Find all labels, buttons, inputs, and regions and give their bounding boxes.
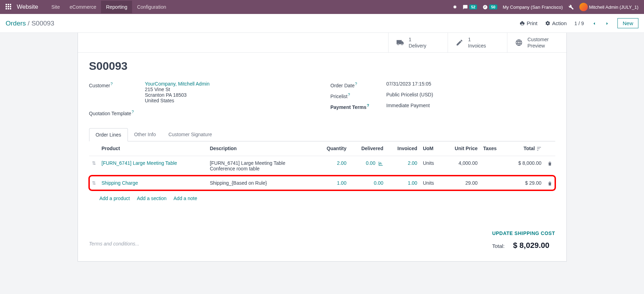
help-icon[interactable]: ?: [367, 103, 369, 108]
stat-customer-preview[interactable]: CustomerPreview: [507, 33, 566, 52]
brand-label[interactable]: Website: [17, 3, 38, 10]
drag-handle-icon[interactable]: ⇅: [89, 156, 99, 176]
messages-button[interactable]: 52: [463, 5, 477, 10]
tab-order-lines[interactable]: Order Lines: [89, 128, 128, 141]
nav-item-site[interactable]: Site: [46, 1, 65, 13]
nav-item-configuration[interactable]: Configuration: [132, 1, 171, 13]
tabs: Order Lines Other Info Customer Signatur…: [89, 128, 555, 141]
globe-icon: [515, 39, 523, 46]
apps-icon[interactable]: [6, 4, 12, 10]
pager-prev[interactable]: [592, 20, 597, 26]
cell-description[interactable]: [FURN_6741] Large Meeting TableConferenc…: [207, 156, 315, 176]
payment-terms-label: Payment Terms?: [331, 103, 386, 110]
cell-total: $ 8,000.00: [506, 156, 544, 176]
payment-terms-value: Immediate Payment: [386, 103, 555, 108]
pager-next[interactable]: [605, 20, 610, 26]
help-icon[interactable]: ?: [110, 82, 113, 86]
order-date-value: 07/31/2023 17:15:05: [386, 81, 555, 87]
drag-handle-icon[interactable]: ⇅: [89, 176, 99, 190]
delete-row-icon[interactable]: [544, 176, 555, 190]
truck-icon: [396, 39, 404, 46]
tab-other-info[interactable]: Other Info: [128, 128, 162, 141]
messages-count: 52: [469, 5, 477, 9]
th-invoiced: Invoiced: [386, 141, 420, 156]
pricelist-label: Pricelist?: [331, 92, 386, 99]
stat-invoices[interactable]: 1Invoices: [448, 33, 507, 52]
avatar: [579, 3, 588, 11]
stat-delivery[interactable]: 1Delivery: [388, 33, 448, 52]
chevron-right-icon: [605, 21, 610, 26]
cell-invoiced[interactable]: 1.00: [386, 176, 420, 190]
user-name: Mitchell Admin (JULY_1): [589, 5, 638, 10]
cell-quantity[interactable]: 1.00: [315, 176, 349, 190]
customer-label: Customer?: [89, 81, 145, 88]
activities-button[interactable]: 50: [483, 5, 497, 10]
cell-description[interactable]: Shipping_{Based on Rule}: [207, 176, 315, 190]
help-icon[interactable]: ?: [348, 93, 350, 97]
th-uom: UoM: [420, 141, 442, 156]
update-shipping-button[interactable]: UPDATE SHIPPING COST: [492, 230, 555, 236]
cell-unit-price[interactable]: 29.00: [442, 176, 480, 190]
company-switcher[interactable]: My Company (San Francisco): [503, 5, 563, 10]
th-unit-price: Unit Price: [442, 141, 480, 156]
help-icon[interactable]: ?: [132, 110, 134, 114]
pager-text[interactable]: 1 / 9: [574, 21, 584, 26]
tools-icon[interactable]: [569, 4, 574, 10]
tab-customer-signature[interactable]: Customer Signature: [162, 128, 218, 141]
add-section-link[interactable]: Add a section: [137, 196, 167, 201]
add-note-link[interactable]: Add a note: [174, 196, 197, 201]
action-button[interactable]: Action: [545, 20, 567, 26]
address-line-2: Scranton PA 18503: [145, 92, 187, 98]
nav-items: Site eCommerce Reporting Configuration: [46, 1, 171, 13]
total-label: Total:: [492, 243, 505, 249]
activities-count: 50: [489, 5, 497, 9]
th-description: Description: [207, 141, 315, 156]
cell-quantity[interactable]: 2.00: [315, 156, 349, 176]
add-product-link[interactable]: Add a product: [100, 196, 130, 201]
right-column: Order Date? 07/31/2023 17:15:05 Pricelis…: [331, 81, 555, 118]
order-lines-table: Product Description Quantity Delivered I…: [89, 141, 555, 191]
cell-uom[interactable]: Units: [420, 176, 442, 190]
cell-taxes[interactable]: [480, 156, 506, 176]
help-icon[interactable]: ?: [355, 82, 357, 86]
new-button[interactable]: New: [617, 18, 638, 28]
order-date-label: Order Date?: [331, 81, 386, 88]
pencil-square-icon: [456, 39, 463, 46]
cell-product[interactable]: Shipping Charge: [99, 176, 207, 190]
cell-delivered[interactable]: 0.00: [349, 156, 386, 176]
cell-taxes[interactable]: [480, 176, 506, 190]
th-quantity: Quantity: [315, 141, 349, 156]
cell-uom[interactable]: Units: [420, 156, 442, 176]
line-actions: Add a product Add a section Add a note: [89, 191, 555, 206]
chat-icon: [463, 5, 468, 10]
cell-unit-price[interactable]: 4,000.00: [442, 156, 480, 176]
order-title: S00093: [89, 60, 555, 73]
totals-block: UPDATE SHIPPING COST Total: $ 8,029.00: [492, 230, 555, 250]
control-panel: Orders / S00093 Print Action 1 / 9 New: [0, 14, 644, 33]
user-menu[interactable]: Mitchell Admin (JULY_1): [579, 3, 638, 11]
nav-item-ecommerce[interactable]: eCommerce: [65, 1, 101, 13]
delete-row-icon[interactable]: [544, 156, 555, 176]
terms-field[interactable]: Terms and conditions...: [89, 237, 492, 250]
breadcrumb-sep: /: [28, 20, 31, 27]
cell-invoiced[interactable]: 2.00: [386, 156, 420, 176]
control-panel-actions: Print Action 1 / 9 New: [520, 18, 638, 28]
left-column: Customer? YourCompany, Mitchell Admin 21…: [89, 81, 314, 118]
nav-item-reporting[interactable]: Reporting: [101, 1, 132, 13]
breadcrumb-parent[interactable]: Orders: [6, 20, 26, 27]
table-row[interactable]: ⇅Shipping ChargeShipping_{Based on Rule}…: [89, 176, 555, 190]
pricelist-value: Public Pricelist (USD): [386, 92, 555, 97]
print-button[interactable]: Print: [520, 20, 537, 26]
clock-icon: [483, 5, 488, 10]
customer-link[interactable]: YourCompany, Mitchell Admin: [145, 81, 210, 87]
cell-delivered[interactable]: 0.00: [349, 176, 386, 190]
table-row[interactable]: ⇅[FURN_6741] Large Meeting Table[FURN_67…: [89, 156, 555, 176]
nav-right: ✹ 52 50 My Company (San Francisco) Mitch…: [453, 3, 638, 11]
adjust-icon[interactable]: [536, 146, 542, 152]
th-product: Product: [99, 141, 207, 156]
total-value: $ 8,029.00: [513, 241, 549, 250]
chart-icon[interactable]: [378, 161, 383, 166]
debug-icon[interactable]: ✹: [453, 4, 457, 10]
cell-product[interactable]: [FURN_6741] Large Meeting Table: [99, 156, 207, 176]
chevron-left-icon: [592, 21, 597, 26]
